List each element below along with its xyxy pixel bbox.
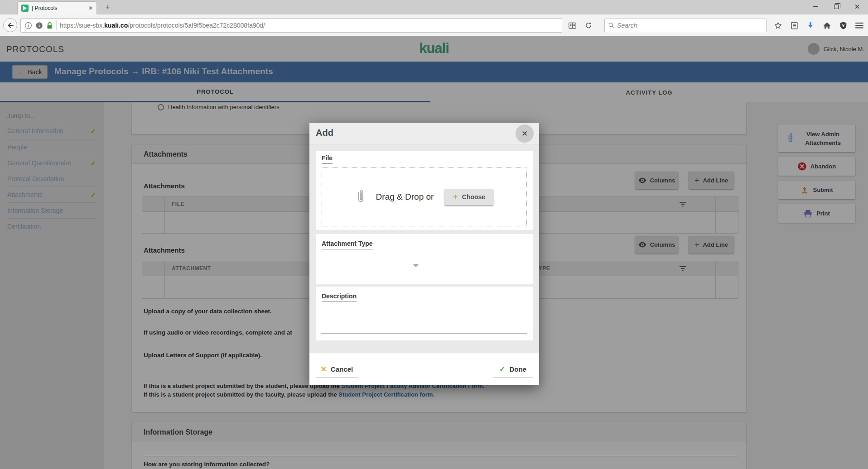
attachment-type-label: Attachment Type: [322, 240, 373, 249]
url-domain: kuali.co: [104, 22, 128, 29]
plus-icon: +: [453, 192, 458, 201]
attachment-type-card: Attachment Type: [316, 234, 533, 284]
search-icon: [608, 22, 614, 29]
browser-tab-title: | Protocols: [32, 5, 85, 11]
search-input[interactable]: [617, 22, 762, 29]
minimize-icon: [813, 6, 818, 7]
done-check-icon: ✓: [499, 365, 505, 373]
window-close-button[interactable]: ✕: [847, 0, 867, 14]
downloads-button[interactable]: [805, 20, 815, 30]
kuali-favicon: [21, 5, 29, 12]
modal-header: Add ✕: [309, 123, 539, 144]
add-attachment-modal: Add ✕ File Drag & Drop or + Choose Attac…: [309, 123, 539, 385]
window-maximize-button[interactable]: [826, 0, 846, 14]
home-icon: [823, 21, 831, 29]
modal-title: Add: [316, 128, 333, 138]
modal-footer: ✕ Cancel ✓ Done: [309, 353, 539, 385]
home-button[interactable]: [822, 20, 832, 30]
hamburger-icon: [855, 22, 863, 29]
url-bar[interactable]: https://siue-sbx.kuali.co/protocols/prot…: [20, 18, 562, 33]
new-tab-button[interactable]: +: [102, 3, 114, 12]
reader-icon: [568, 22, 577, 29]
description-label: Description: [322, 292, 357, 302]
reload-button[interactable]: [583, 20, 593, 30]
browser-toolbar: https://siue-sbx.kuali.co/protocols/prot…: [0, 14, 868, 36]
bookmark-star-button[interactable]: [773, 20, 783, 30]
url-divider: [56, 20, 57, 30]
url-path: /protocols/protocols/5af9f5bea2c72c28008…: [128, 22, 265, 29]
url-text[interactable]: https://siue-sbx.kuali.co/protocols/prot…: [60, 22, 265, 29]
browser-back-button[interactable]: [3, 18, 17, 32]
menu-button[interactable]: [854, 20, 864, 30]
star-icon: [774, 21, 782, 30]
page-content: PROTOCOLS kuali Glick, Nicole M. ← Back …: [0, 36, 868, 469]
bookmarks-list-button[interactable]: [789, 20, 799, 30]
browser-tab[interactable]: | Protocols ✕: [17, 1, 97, 14]
description-card: Description: [316, 287, 533, 340]
description-input[interactable]: [321, 302, 527, 334]
tab-close-icon[interactable]: ✕: [88, 5, 93, 11]
reload-icon: [584, 21, 593, 29]
chevron-down-icon: [413, 264, 419, 267]
protection-shield-button[interactable]: [838, 20, 848, 30]
cancel-button[interactable]: ✕ Cancel: [316, 361, 358, 378]
url-prefix: https://siue-sbx.: [60, 22, 104, 29]
done-button[interactable]: ✓ Done: [493, 361, 533, 378]
file-field-card: File Drag & Drop or + Choose: [316, 151, 533, 230]
paperclip-icon: [355, 189, 365, 204]
clipboard-icon: [791, 21, 798, 30]
shield-icon: [839, 21, 847, 30]
file-label: File: [322, 154, 333, 164]
choose-file-button[interactable]: + Choose: [444, 189, 493, 205]
browser-tab-strip: | Protocols ✕ + ✕: [0, 0, 868, 14]
back-arrow-icon: [6, 21, 14, 29]
screen: | Protocols ✕ + ✕ https://siue-sbx.kuali…: [0, 0, 868, 469]
file-dropzone[interactable]: Drag & Drop or + Choose: [322, 167, 527, 226]
download-icon: [806, 21, 815, 29]
cancel-x-icon: ✕: [321, 365, 327, 373]
search-box[interactable]: [604, 19, 767, 32]
dropzone-text: Drag & Drop or: [376, 192, 434, 202]
maximize-icon: [834, 5, 839, 9]
attachment-type-select[interactable]: [321, 259, 429, 271]
modal-close-button[interactable]: ✕: [516, 124, 534, 143]
identity-shield-icon[interactable]: [35, 22, 43, 29]
lock-icon[interactable]: [46, 22, 53, 29]
reader-mode-button[interactable]: [567, 20, 577, 30]
window-minimize-button[interactable]: [805, 0, 825, 14]
info-icon[interactable]: [24, 22, 32, 29]
